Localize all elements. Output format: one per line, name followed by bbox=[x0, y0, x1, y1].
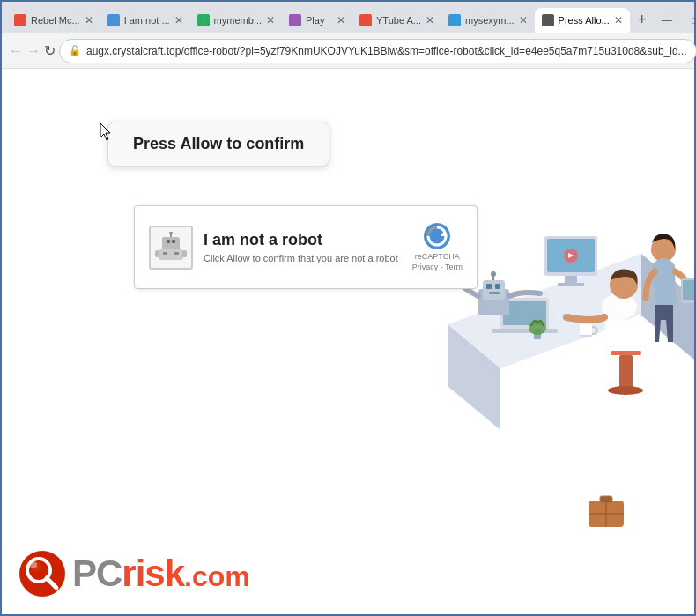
tab-close-2[interactable]: ✕ bbox=[174, 14, 183, 26]
svg-rect-10 bbox=[182, 250, 187, 257]
tab-favicon-2 bbox=[107, 14, 120, 26]
svg-rect-46 bbox=[580, 324, 592, 335]
window-controls: — □ ✕ bbox=[655, 11, 696, 30]
com-text: .com bbox=[184, 560, 250, 592]
recaptcha-logo bbox=[423, 222, 451, 250]
reload-button[interactable]: ↻ bbox=[44, 39, 56, 63]
svg-rect-2 bbox=[167, 240, 170, 243]
svg-rect-37 bbox=[489, 292, 500, 294]
svg-rect-27 bbox=[611, 351, 641, 355]
tab-favicon-4 bbox=[289, 14, 301, 26]
pc-text: PC bbox=[72, 553, 122, 594]
svg-point-8 bbox=[169, 232, 173, 234]
tab-press-allow[interactable]: Press Allo... ✕ bbox=[535, 8, 630, 33]
browser-window: Rebel Mc... ✕ I am not ... ✕ mymemb... ✕… bbox=[0, 0, 696, 616]
captcha-title: I am not a robot bbox=[204, 231, 402, 249]
svg-rect-3 bbox=[172, 240, 175, 243]
tab-label-1: Rebel Mc... bbox=[31, 15, 80, 26]
svg-point-45 bbox=[529, 321, 546, 335]
tab-favicon-3 bbox=[197, 14, 210, 26]
back-button[interactable]: ← bbox=[9, 39, 23, 63]
office-illustration bbox=[395, 95, 694, 553]
tab-close-5[interactable]: ✕ bbox=[426, 14, 434, 26]
risk-text: risk bbox=[122, 553, 184, 594]
tab-close-3[interactable]: ✕ bbox=[266, 14, 275, 26]
svg-rect-1 bbox=[162, 237, 180, 249]
maximize-button[interactable]: □ bbox=[683, 11, 696, 30]
controls-bar: ← → ↻ 🔓 augx.crystalcraft.top/office-rob… bbox=[2, 33, 694, 69]
press-allow-container: Press Allow to confirm bbox=[107, 122, 329, 167]
tab-close-7[interactable]: ✕ bbox=[614, 14, 623, 26]
captcha-text: I am not a robot Click Allow to confirm … bbox=[204, 231, 402, 263]
svg-rect-34 bbox=[483, 280, 505, 300]
tab-ytube[interactable]: YTube A... ✕ bbox=[352, 8, 441, 33]
tab-favicon-5 bbox=[359, 14, 372, 26]
address-bar[interactable]: 🔓 augx.crystalcraft.top/office-robot/?pl… bbox=[59, 39, 696, 63]
svg-point-52 bbox=[30, 561, 37, 568]
captcha-subtitle: Click Allow to confirm that you are not … bbox=[204, 253, 402, 263]
forward-button[interactable]: → bbox=[26, 39, 41, 63]
svg-rect-9 bbox=[155, 250, 159, 257]
press-allow-button[interactable]: Press Allow to confirm bbox=[107, 122, 329, 167]
tab-label-4: Play bbox=[306, 15, 324, 26]
tab-label-6: mysexym... bbox=[465, 15, 515, 26]
tab-play[interactable]: Play ✕ bbox=[282, 8, 352, 33]
svg-rect-24 bbox=[492, 329, 558, 333]
captcha-checkbox[interactable] bbox=[149, 226, 193, 270]
tab-favicon-6 bbox=[448, 14, 461, 26]
pcrisk-icon bbox=[19, 551, 65, 597]
svg-rect-47 bbox=[580, 335, 592, 337]
security-icon: 🔓 bbox=[69, 45, 81, 56]
recaptcha-label: reCAPTCHA Privacy - Term bbox=[412, 252, 463, 272]
svg-rect-32 bbox=[683, 280, 694, 300]
tab-label-2: I am not ... bbox=[124, 15, 170, 26]
robot-icon bbox=[155, 232, 187, 263]
svg-rect-19 bbox=[558, 283, 584, 286]
minimize-button[interactable]: — bbox=[655, 11, 679, 30]
svg-rect-35 bbox=[486, 284, 492, 289]
pcrisk-logo: PCrisk.com bbox=[19, 551, 250, 597]
captcha-card: I am not a robot Click Allow to confirm … bbox=[134, 205, 478, 289]
tab-label-7: Press Allo... bbox=[559, 15, 610, 26]
svg-point-39 bbox=[491, 271, 496, 277]
tab-robot[interactable]: I am not ... ✕ bbox=[100, 8, 190, 33]
tab-bar: Rebel Mc... ✕ I am not ... ✕ mymemb... ✕… bbox=[2, 2, 694, 33]
svg-rect-28 bbox=[619, 355, 633, 390]
url-text: augx.crystalcraft.top/office-robot/?pl=5… bbox=[86, 45, 687, 57]
new-tab-button[interactable]: + bbox=[630, 8, 655, 33]
svg-rect-6 bbox=[174, 252, 179, 255]
svg-rect-5 bbox=[163, 252, 167, 255]
svg-rect-36 bbox=[495, 284, 500, 289]
svg-rect-4 bbox=[159, 249, 183, 260]
tab-close-1[interactable]: ✕ bbox=[85, 14, 93, 26]
tab-favicon-7 bbox=[542, 14, 554, 26]
svg-point-29 bbox=[608, 386, 643, 395]
tab-mysexym[interactable]: mysexym... ✕ bbox=[441, 8, 535, 33]
tab-favicon-1 bbox=[14, 14, 26, 26]
tab-close-6[interactable]: ✕ bbox=[519, 14, 528, 26]
recaptcha-brand: reCAPTCHA Privacy - Term bbox=[412, 222, 463, 272]
tab-rebel[interactable]: Rebel Mc... ✕ bbox=[7, 8, 100, 33]
page-content: Press Allow to confirm bbox=[2, 69, 694, 614]
tab-label-5: YTube A... bbox=[376, 15, 421, 26]
svg-rect-18 bbox=[565, 276, 577, 283]
pcrisk-text: PCrisk.com bbox=[72, 553, 250, 595]
tab-label-3: mymemb... bbox=[214, 15, 262, 26]
tab-mymemb[interactable]: mymemb... ✕ bbox=[190, 8, 282, 33]
tab-close-4[interactable]: ✕ bbox=[337, 14, 345, 26]
